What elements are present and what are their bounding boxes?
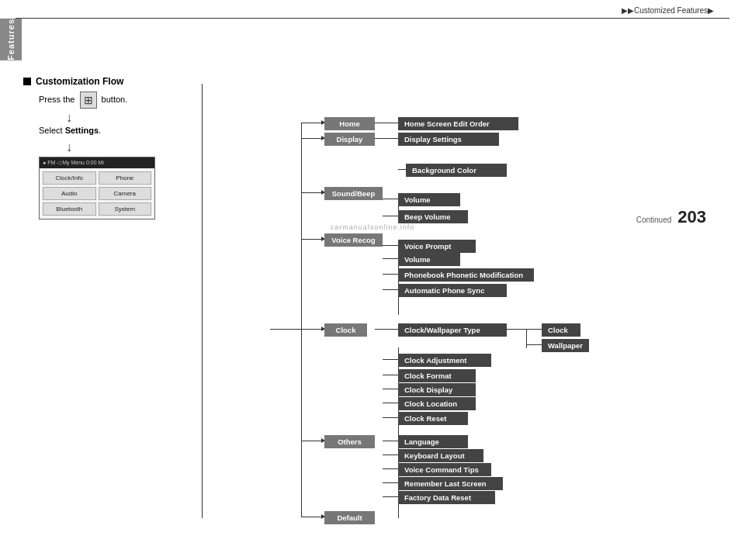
factory-data-reset-node: Factory Data Reset [398,491,495,504]
wallpaper-node: Wallpaper [542,339,589,352]
background-color-node: Background Color [406,164,507,177]
others-to-kb [383,455,398,455]
clock-to-reset [383,417,398,418]
automatic-phone-sync-node: Automatic Phone Sync [398,284,507,297]
clock-adjustment-node: Clock Adjustment [398,354,491,367]
voice-prompt-node: Voice Prompt [398,240,476,253]
section-title: Customization Flow [36,76,123,87]
page-footer: Continued 203 [636,207,706,227]
others-to-lang [383,441,398,441]
sound-hline [301,192,324,193]
keyboard-layout-node: Keyboard Layout [398,449,483,462]
clock-to-disp [383,389,398,389]
system-to-branches [270,329,301,330]
sidebar-features: Features [0,19,22,60]
cw-to-branch [507,329,526,330]
voice-to-prompt [383,245,398,246]
spine-line [202,84,203,518]
home-node: Home [324,117,375,130]
watermark: carmanualsonline.info [331,223,415,231]
page-number: 203 [677,207,706,227]
voice-hline [301,239,324,240]
page-header: ▶▶Customized Features▶ [16,0,729,19]
others-to-remember [383,482,398,483]
others-to-factory [383,496,398,497]
clock-reset-node: Clock Reset [398,412,468,425]
voice-to-auto [383,289,398,290]
screen-btn-clockinfo: Clock/Info [43,171,96,185]
home-hline [301,123,324,123]
screen-btn-phone: Phone [99,171,152,185]
flow-diagram: System Home Home Screen Edit Order Displ… [155,84,706,196]
screen-top-bar: ● FM ◁ My Menu 0:00 Mi [40,157,154,168]
display-to-right-line [375,138,398,139]
beep-volume-node: Beep Volume [398,210,468,223]
cw-branch-vline [526,329,527,348]
clock-to-adj [383,359,398,360]
sound-beep-node: Sound/Beep [324,187,383,200]
others-hline [301,441,324,441]
language-node: Language [398,435,468,448]
screen-btn-camera: Camera [99,187,152,200]
default-hline [301,517,324,517]
clock-node: Clock [324,323,367,337]
main-content: Customization Flow Press the button. ↓ S… [0,60,745,235]
clock-right-node: Clock [542,323,580,337]
clock-wallpaper-node: Clock/Wallpaper Type [398,323,507,337]
screen-btn-system: System [99,202,152,216]
screen-btn-audio: Audio [43,187,96,200]
continued-label: Continued [636,216,672,224]
clock-display-node: Clock Display [398,383,476,396]
home-screen-edit-order-node: Home Screen Edit Order [398,117,518,130]
branches-vline [301,123,302,517]
clock-to-fmt [383,375,398,375]
bullet-icon [23,78,31,85]
voice-recog-node: Voice Recog [324,233,383,247]
cw-to-clock [526,329,542,330]
voice-command-tips-node: Voice Command Tips [398,463,491,476]
volume-sound-node: Volume [398,193,460,206]
display-hline [301,138,324,139]
home-button-icon [80,92,97,109]
sound-to-vol [383,199,398,199]
screen-grid: Clock/Info Phone Audio Camera Bluetooth … [40,168,154,219]
clock-location-node: Clock Location [398,397,476,410]
volume-voice-node: Volume [398,253,460,266]
breadcrumb: ▶▶Customized Features▶ [622,6,714,15]
phonebook-phonetic-node: Phonebook Phonetic Modification [398,268,534,282]
display-node: Display [324,133,375,146]
others-to-voice-tips [383,468,398,469]
remember-last-screen-node: Remember Last Screen [398,477,503,490]
default-node: Default [324,511,375,524]
clock-to-cw [375,329,398,330]
screen-btn-bluetooth: Bluetooth [43,202,96,216]
display-settings-node: Display Settings [398,133,499,146]
others-node: Others [324,435,375,448]
screen-mockup: ● FM ◁ My Menu 0:00 Mi Clock/Info Phone … [39,157,155,220]
clock-hline [301,329,324,330]
bg-color-hline [398,169,406,170]
home-to-right-line [375,123,398,123]
voice-to-vol [383,258,398,259]
cw-to-wallpaper [526,344,542,345]
voice-to-phonebook [383,274,398,275]
clock-format-node: Clock Format [398,369,476,382]
sound-to-beep [383,216,398,216]
clock-to-loc [383,403,398,403]
